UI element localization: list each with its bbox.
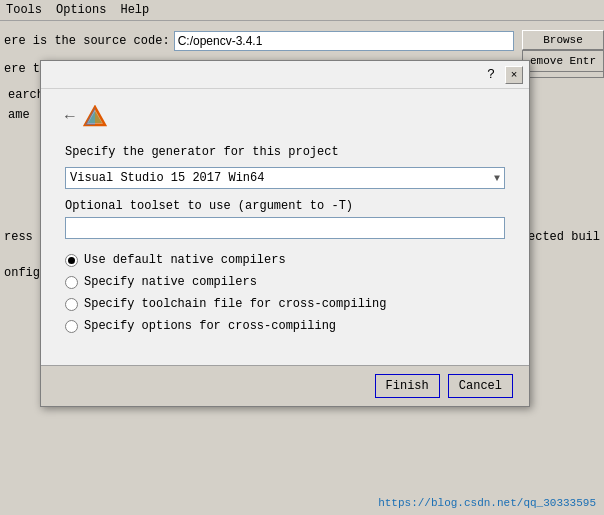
radio-toolchain-label: Specify toolchain file for cross-compili… [84, 297, 386, 311]
generator-dropdown[interactable]: Visual Studio 15 2017 Win64 ▼ [65, 167, 505, 189]
radio-default-compilers[interactable] [65, 254, 78, 267]
optional-label: Optional toolset to use (argument to -T) [65, 199, 505, 213]
menu-tools[interactable]: Tools [6, 3, 42, 17]
radio-item-cross-options[interactable]: Specify options for cross-compiling [65, 319, 505, 333]
browse-source-button[interactable]: Browse Source [522, 30, 604, 50]
right-panel: emove Entr [522, 50, 604, 72]
radio-group: Use default native compilers Specify nat… [65, 253, 505, 333]
finish-button[interactable]: Finish [375, 374, 440, 398]
dialog-close-button[interactable]: × [505, 66, 523, 84]
source-label: ere is the source code: [0, 34, 170, 48]
radio-native-label: Specify native compilers [84, 275, 257, 289]
remove-entry-button[interactable]: emove Entr [522, 50, 604, 72]
generator-value: Visual Studio 15 2017 Win64 [70, 171, 264, 185]
dropdown-arrow-icon: ▼ [494, 173, 500, 184]
dialog-nav: ← [65, 105, 505, 129]
radio-default-label: Use default native compilers [84, 253, 286, 267]
cancel-button[interactable]: Cancel [448, 374, 513, 398]
dialog-body: ← Specify the generator for this project… [41, 89, 529, 365]
radio-item-toolchain[interactable]: Specify toolchain file for cross-compili… [65, 297, 505, 311]
source-row: ere is the source code: Browse Source [0, 28, 604, 54]
radio-native-compilers[interactable] [65, 276, 78, 289]
radio-cross-options-label: Specify options for cross-compiling [84, 319, 336, 333]
radio-cross-options[interactable] [65, 320, 78, 333]
dialog-title-icons: ? × [487, 66, 523, 84]
radio-toolchain[interactable] [65, 298, 78, 311]
optional-input[interactable] [65, 217, 505, 239]
menu-bar: Tools Options Help [0, 0, 604, 21]
source-input[interactable] [174, 31, 514, 51]
name-label: ame [4, 108, 30, 122]
menu-options[interactable]: Options [56, 3, 106, 17]
radio-item-default[interactable]: Use default native compilers [65, 253, 505, 267]
back-arrow-icon[interactable]: ← [65, 108, 75, 126]
watermark: https://blog.csdn.net/qq_30333595 [378, 497, 596, 509]
cmake-logo-icon [83, 105, 107, 129]
dialog: ? × ← Specify the generator for this pro… [40, 60, 530, 407]
generator-label: Specify the generator for this project [65, 145, 505, 159]
radio-item-native[interactable]: Specify native compilers [65, 275, 505, 289]
menu-help[interactable]: Help [120, 3, 149, 17]
selected-build-label: ected buil [528, 230, 600, 244]
dialog-question-mark: ? [487, 67, 495, 82]
dialog-footer: Finish Cancel [41, 365, 529, 406]
main-window: Tools Options Help ere is the source cod… [0, 0, 604, 515]
dialog-titlebar: ? × [41, 61, 529, 89]
